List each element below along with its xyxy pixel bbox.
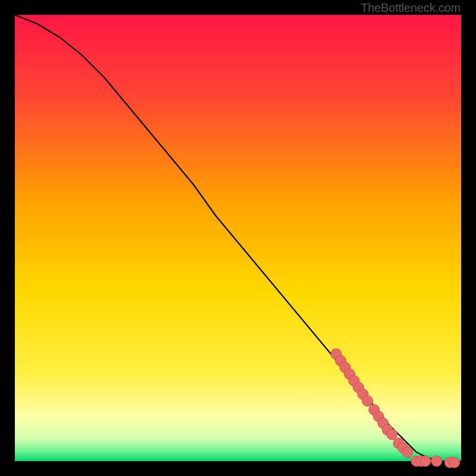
curve-path: [15, 15, 461, 461]
data-markers: [331, 349, 460, 468]
data-point-12: [387, 429, 397, 440]
data-point-15: [402, 447, 413, 458]
bottleneck-curve: [15, 15, 461, 461]
data-point-19: [431, 456, 442, 466]
chart-overlay: [15, 15, 461, 461]
data-point-18: [420, 456, 431, 466]
data-point-7: [362, 396, 373, 406]
plot-area: [15, 15, 461, 461]
watermark-text: TheBottleneck.com: [361, 1, 461, 15]
data-point-21: [449, 457, 460, 468]
